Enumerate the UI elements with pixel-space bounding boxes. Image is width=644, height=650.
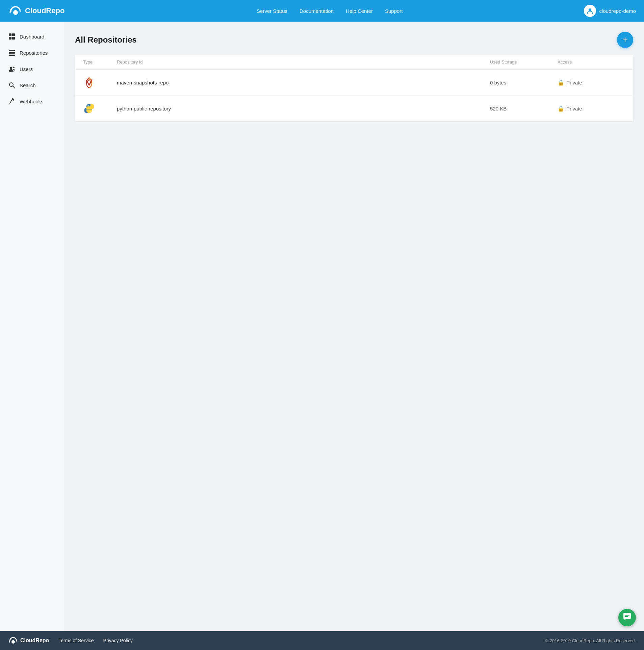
svg-rect-2 — [9, 33, 11, 36]
svg-rect-4 — [9, 37, 11, 40]
user-name: cloudrepo-demo — [599, 8, 636, 14]
svg-rect-8 — [9, 53, 15, 54]
page-header: All Repositories + — [75, 32, 633, 48]
table-row[interactable]: maven-snapshots-repo 0 bytes 🔒 Private — [75, 70, 633, 96]
svg-point-10 — [10, 67, 12, 69]
users-icon — [8, 66, 16, 72]
repositories-table: Type Repository Id Used Storage Access — [75, 55, 633, 121]
table-row[interactable]: python-public-repository 520 KB 🔒 Privat… — [75, 96, 633, 121]
col-repo-id: Repository Id — [117, 59, 490, 65]
main-content: All Repositories + Type Repository Id Us… — [64, 22, 644, 631]
sidebar-item-dashboard[interactable]: Dashboard — [0, 28, 64, 45]
col-type: Type — [83, 59, 117, 65]
sidebar-label-repositories: Repositories — [20, 50, 48, 56]
logo-text: CloudRepo — [25, 6, 65, 15]
svg-rect-21 — [625, 615, 629, 616]
chat-icon — [623, 612, 632, 623]
sidebar-item-webhooks[interactable]: Webhooks — [0, 93, 64, 109]
access-label-maven: Private — [566, 80, 582, 85]
table-header: Type Repository Id Used Storage Access — [75, 55, 633, 70]
access-label-python: Private — [566, 106, 582, 111]
svg-rect-3 — [12, 33, 15, 36]
svg-rect-9 — [9, 55, 15, 56]
svg-point-1 — [589, 8, 591, 11]
add-repository-button[interactable]: + — [617, 32, 633, 48]
chat-widget[interactable] — [618, 609, 636, 626]
svg-point-19 — [11, 640, 15, 644]
footer-left: CloudRepo Terms of Service Privacy Polic… — [8, 636, 133, 645]
footer-copyright: © 2016-2019 CloudRepo. All Rights Reserv… — [545, 638, 636, 643]
maven-type-icon — [83, 76, 95, 89]
svg-line-14 — [13, 86, 15, 88]
sidebar-item-repositories[interactable]: Repositories — [0, 45, 64, 61]
storage-maven: 0 bytes — [490, 80, 558, 85]
svg-rect-22 — [625, 616, 628, 617]
logo-icon — [8, 4, 22, 18]
logo[interactable]: CloudRepo — [8, 4, 76, 18]
repo-id-maven: maven-snapshots-repo — [117, 80, 490, 85]
footer-logo[interactable]: CloudRepo — [8, 636, 49, 645]
nav-server-status[interactable]: Server Status — [257, 8, 287, 14]
svg-rect-5 — [12, 37, 15, 40]
svg-rect-20 — [623, 613, 631, 619]
svg-rect-6 — [9, 50, 15, 51]
nav-support[interactable]: Support — [385, 8, 403, 14]
access-maven: 🔒 Private — [558, 79, 625, 86]
repo-id-python: python-public-repository — [117, 106, 490, 111]
webhooks-icon — [8, 98, 16, 105]
access-python: 🔒 Private — [558, 105, 625, 112]
footer-logo-text: CloudRepo — [20, 638, 49, 644]
python-type-icon — [83, 102, 95, 115]
repositories-icon — [8, 49, 16, 56]
sidebar-item-search[interactable]: Search — [0, 77, 64, 93]
nav-links: Server Status Documentation Help Center … — [76, 8, 584, 14]
sidebar-label-search: Search — [20, 82, 36, 88]
footer: CloudRepo Terms of Service Privacy Polic… — [0, 631, 644, 650]
storage-python: 520 KB — [490, 106, 558, 111]
svg-point-18 — [90, 111, 91, 112]
sidebar-label-users: Users — [20, 66, 33, 72]
svg-point-17 — [88, 105, 89, 106]
top-nav: CloudRepo Server Status Documentation He… — [0, 0, 644, 22]
nav-help-center[interactable]: Help Center — [346, 8, 373, 14]
col-access: Access — [558, 59, 625, 65]
dashboard-icon — [8, 33, 16, 40]
footer-terms-link[interactable]: Terms of Service — [58, 638, 94, 643]
sidebar-item-users[interactable]: Users — [0, 61, 64, 77]
sidebar-label-webhooks: Webhooks — [20, 99, 44, 104]
svg-rect-7 — [9, 52, 15, 53]
svg-line-15 — [10, 100, 12, 103]
footer-privacy-link[interactable]: Privacy Policy — [103, 638, 133, 643]
page-title: All Repositories — [75, 35, 137, 45]
lock-icon-python: 🔒 — [558, 105, 564, 112]
sidebar-label-dashboard: Dashboard — [20, 34, 44, 40]
svg-point-0 — [13, 10, 18, 15]
lock-icon-maven: 🔒 — [558, 79, 564, 86]
user-menu[interactable]: cloudrepo-demo — [584, 5, 636, 17]
col-storage: Used Storage — [490, 59, 558, 65]
sidebar: Dashboard Repositories — [0, 22, 64, 631]
nav-documentation[interactable]: Documentation — [300, 8, 334, 14]
search-icon — [8, 82, 16, 89]
user-avatar — [584, 5, 596, 17]
footer-logo-icon — [8, 636, 18, 645]
page-layout: Dashboard Repositories — [0, 22, 644, 631]
